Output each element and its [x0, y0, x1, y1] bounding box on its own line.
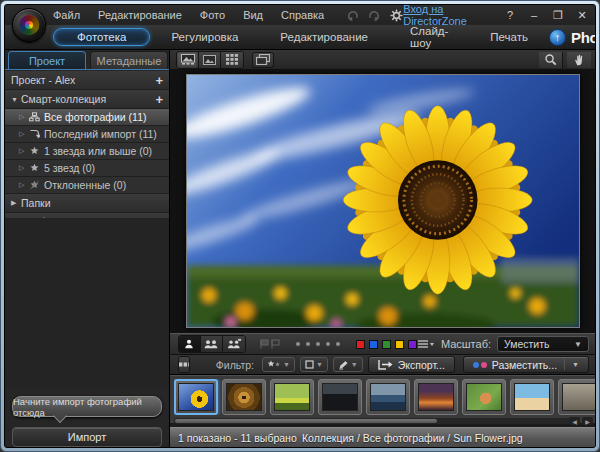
- filter-label: Фильтр:: [216, 359, 254, 371]
- sidebar-item-all-photos[interactable]: ▷ Все фотографии (11): [5, 109, 169, 126]
- tab-slideshow[interactable]: Слайд-шоу: [389, 23, 469, 51]
- collapse-arrow-icon[interactable]: ▼: [11, 96, 21, 103]
- tab-edit[interactable]: Редактирование: [259, 29, 389, 45]
- tab-library[interactable]: Фототека: [53, 28, 150, 46]
- filter-flag-dropdown[interactable]: ▼: [300, 357, 328, 372]
- maximize-button[interactable]: ❐: [551, 9, 565, 22]
- title-bar: Файл Редактирование Фото Вид Справка: [5, 5, 595, 25]
- thumbnail[interactable]: [270, 379, 314, 415]
- brand-arrow-icon: ↑: [549, 29, 566, 46]
- share-icon: [473, 362, 487, 368]
- sidebar-item-five-stars[interactable]: ▷ 5 звезд (0): [5, 160, 169, 177]
- status-bar: 1 показано - 11 выбрано Коллекция / Все …: [170, 427, 596, 447]
- window-frame: Файл Редактирование Фото Вид Справка: [0, 0, 600, 452]
- sidebar-item-one-star-up[interactable]: ▷ 1 звезда или выше (0): [5, 143, 169, 160]
- app-logo-lens-icon: [12, 8, 46, 42]
- expand-arrow-icon[interactable]: ▷: [19, 181, 29, 189]
- share-label: Разместить...: [492, 359, 557, 371]
- import-icon: [29, 129, 44, 139]
- chevron-down-icon: ▼: [574, 340, 582, 349]
- menu-photo[interactable]: Фото: [200, 9, 225, 21]
- menu-file[interactable]: Файл: [53, 9, 80, 21]
- sidebar-tab-metadata[interactable]: Метаданные: [90, 51, 168, 69]
- sidebar-tab-project[interactable]: Проект: [8, 51, 86, 69]
- zoom-tool-button[interactable]: [539, 52, 563, 68]
- color-swatch-purple[interactable]: [408, 340, 417, 349]
- sidebar-item-last-import[interactable]: ▷ Последний импорт (11): [5, 126, 169, 143]
- module-tab-bar: Фототека Регулировка Редактирование Слай…: [5, 25, 595, 50]
- import-button[interactable]: Импорт: [12, 427, 162, 447]
- close-button[interactable]: ✕: [575, 9, 589, 22]
- expand-arrow-icon[interactable]: ▷: [19, 113, 29, 121]
- collection-icon: [29, 112, 44, 122]
- zoom-label: Масштаб:: [441, 338, 491, 350]
- color-swatch-red[interactable]: [356, 340, 365, 349]
- settings-gear-icon[interactable]: [390, 9, 403, 22]
- color-swatch-green[interactable]: [382, 340, 391, 349]
- expand-arrow-icon[interactable]: ▷: [19, 147, 29, 155]
- sidebar-item-rejected[interactable]: ▷ Отклоненные (0): [5, 177, 169, 194]
- thumbnail-scrollbar[interactable]: [174, 418, 572, 424]
- photo-viewer[interactable]: [170, 70, 596, 333]
- menu-view[interactable]: Вид: [243, 9, 263, 21]
- thumbnail[interactable]: [414, 379, 458, 415]
- expand-arrow-icon[interactable]: ▷: [19, 164, 29, 172]
- star-icon: [29, 146, 44, 156]
- color-swatch-yellow[interactable]: [395, 340, 404, 349]
- flag-picker-icon[interactable]: [260, 339, 280, 349]
- sidebar-section-folders[interactable]: ▶ Папки: [5, 194, 169, 213]
- redo-icon[interactable]: [368, 9, 381, 22]
- share-button[interactable]: Разместить... ▼: [463, 356, 589, 373]
- tree-item-label: 1 звезда или выше (0): [44, 145, 152, 157]
- tab-adjustment[interactable]: Регулировка: [150, 29, 259, 45]
- minimize-button[interactable]: –: [527, 9, 541, 21]
- add-smart-collection-button[interactable]: +: [155, 92, 163, 107]
- zoom-dropdown[interactable]: Уместить ▼: [497, 336, 589, 352]
- thumbnail[interactable]: [366, 379, 410, 415]
- expand-arrow-icon[interactable]: ▷: [19, 130, 29, 138]
- photo-sun-flower[interactable]: [186, 74, 580, 328]
- face-tag-manage-button[interactable]: [223, 336, 245, 352]
- thumbnail-view-button[interactable]: [179, 357, 190, 372]
- tab-print[interactable]: Печать: [469, 29, 549, 45]
- add-project-button[interactable]: +: [155, 73, 163, 88]
- thumbnail-sun-flower[interactable]: [174, 379, 218, 415]
- filter-rating-dropdown[interactable]: ▼: [262, 357, 295, 372]
- pan-hand-button[interactable]: [567, 52, 591, 68]
- star-rejected-icon: [29, 180, 44, 190]
- star-rating-dots[interactable]: [296, 342, 340, 346]
- grid-view-button[interactable]: [221, 52, 243, 68]
- face-tag-group-button[interactable]: [201, 336, 223, 352]
- smart-collection-label: Смарт-коллекция: [21, 93, 106, 105]
- scrollbar-thumb[interactable]: [175, 419, 437, 423]
- help-button[interactable]: ?: [503, 9, 517, 21]
- expand-arrow-icon[interactable]: ▶: [11, 199, 21, 207]
- smart-collection-row[interactable]: ▼ Смарт-коллекция +: [5, 90, 169, 109]
- export-button[interactable]: Экспорт...: [368, 356, 455, 373]
- viewer-mode-button[interactable]: [177, 52, 199, 68]
- undo-icon[interactable]: [346, 9, 359, 22]
- compare-view-button[interactable]: [252, 52, 274, 68]
- thumbnail[interactable]: [558, 379, 596, 415]
- project-header-row[interactable]: Проект - Alex +: [5, 71, 169, 90]
- scroll-left-button[interactable]: ◀: [569, 417, 580, 425]
- photodirector-window: Файл Редактирование Фото Вид Справка: [4, 4, 596, 448]
- project-label: Проект - Alex: [11, 74, 75, 86]
- tree-item-label: Последний импорт (11): [44, 128, 157, 140]
- color-swatch-blue[interactable]: [369, 340, 378, 349]
- thumbnail[interactable]: [510, 379, 554, 415]
- menu-help[interactable]: Справка: [281, 9, 324, 21]
- filter-label-dropdown[interactable]: ▼: [333, 357, 363, 372]
- folders-label: Папки: [21, 197, 51, 209]
- import-hint-tooltip: Начните импорт фотографий отсюда: [12, 396, 162, 417]
- status-path: Коллекция / Все фотографии / Sun Flower.…: [302, 432, 523, 444]
- thumbnail[interactable]: [222, 379, 266, 415]
- navigator-panel-icon[interactable]: [417, 339, 435, 349]
- thumbnail[interactable]: [462, 379, 506, 415]
- single-view-button[interactable]: [199, 52, 221, 68]
- thumbnail[interactable]: [318, 379, 362, 415]
- scroll-right-button[interactable]: ▶: [582, 417, 593, 425]
- color-label-swatches: [356, 340, 417, 349]
- menu-edit[interactable]: Редактирование: [98, 9, 182, 21]
- face-tag-single-button[interactable]: [179, 336, 201, 352]
